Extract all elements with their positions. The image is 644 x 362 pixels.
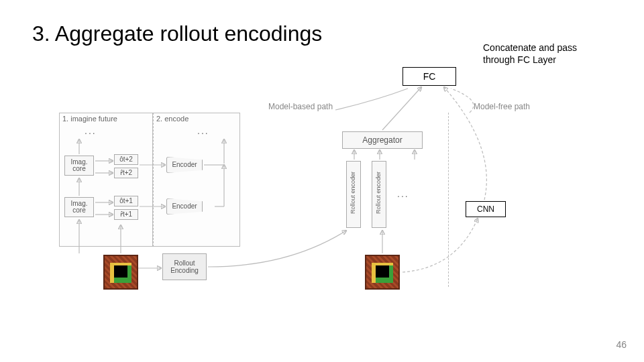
fc-caption: Concatenate and pass through FC Layer — [483, 42, 584, 66]
rollout-encoding-box: Rollout Encoding — [162, 253, 207, 280]
rew-t1: r̂t+1 — [114, 209, 138, 220]
panel-encode: 2. encode — [153, 113, 240, 247]
dots-rollouts: ··· — [397, 190, 409, 201]
path-divider — [448, 113, 449, 287]
rew-t2: r̂t+2 — [114, 168, 138, 178]
imag-core-t1: Imag. core — [64, 197, 94, 217]
panel2-title: 2. encode — [156, 115, 189, 123]
dots-panel1: ··· — [85, 127, 97, 138]
page-number: 46 — [616, 339, 627, 350]
cnn-box: CNN — [466, 201, 506, 217]
fc-layer-box: FC — [402, 67, 456, 86]
imag-core-t2: Imag. core — [64, 156, 94, 176]
panel-imagine-future: 1. imagine future — [59, 113, 153, 247]
model-based-path-label: Model-based path — [268, 102, 333, 111]
panel1-title: 1. imagine future — [62, 115, 117, 123]
svg-line-18 — [382, 87, 421, 130]
rollout-encoder-2-label: Rollout encoder — [375, 172, 382, 214]
dots-panel2: ··· — [197, 127, 209, 138]
game-thumbnail-left — [103, 255, 138, 290]
aggregator-box: Aggregator — [342, 131, 423, 149]
obs-t2: ôt+2 — [114, 154, 138, 165]
rollout-encoder-1-label: Rollout encoder — [350, 172, 356, 214]
slide-title: 3. Aggregate rollout encodings — [32, 21, 322, 46]
game-thumbnail-right — [365, 255, 400, 290]
model-free-path-label: Model-free path — [474, 102, 530, 111]
obs-t1: ôt+1 — [114, 196, 138, 206]
